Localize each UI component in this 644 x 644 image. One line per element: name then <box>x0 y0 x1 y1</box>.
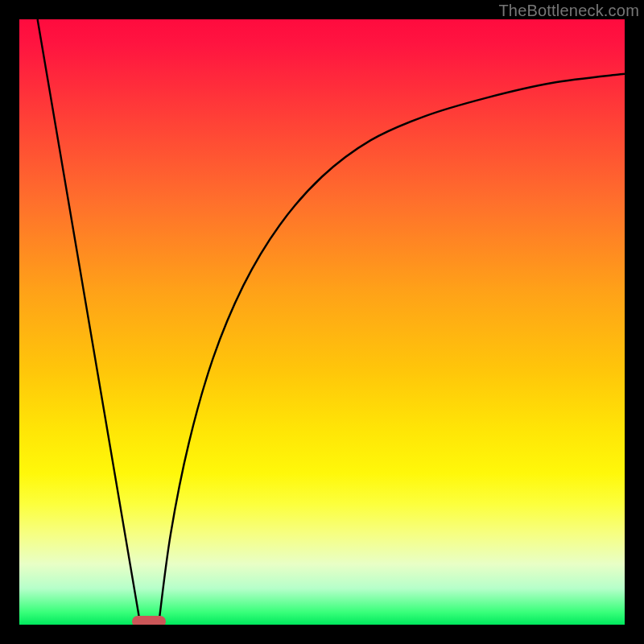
left-line <box>38 19 141 625</box>
watermark-text: TheBottleneck.com <box>498 2 639 20</box>
right-curve <box>159 74 625 625</box>
curve-layer <box>19 19 625 625</box>
plot-area <box>19 19 625 625</box>
bottleneck-marker <box>132 616 166 625</box>
outer-frame: TheBottleneck.com <box>0 0 644 644</box>
